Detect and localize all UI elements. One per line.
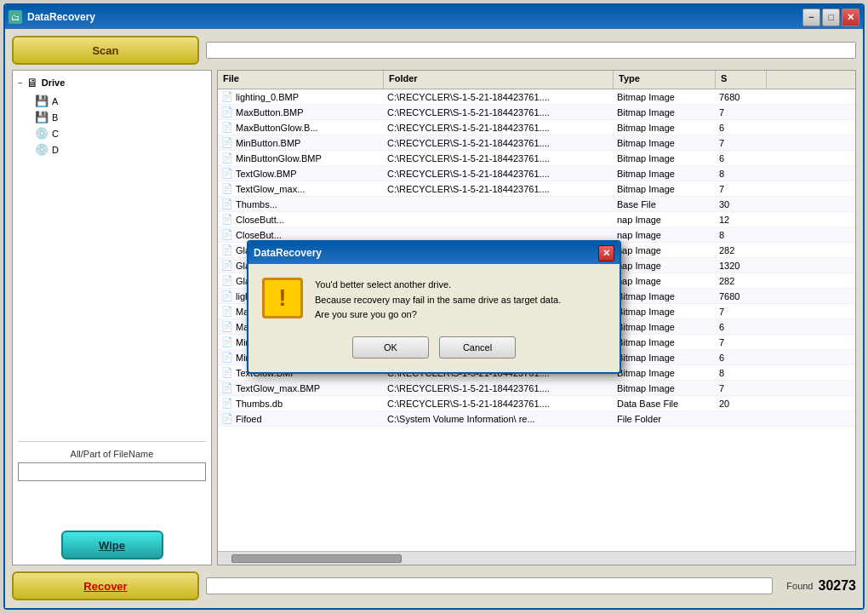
dialog-message-line2: Because recovery may fail in the same dr… (315, 293, 561, 308)
dialog-cancel-button[interactable]: Cancel (439, 336, 516, 359)
dialog-buttons: OK Cancel (262, 336, 606, 359)
dialog-ok-button[interactable]: OK (352, 336, 429, 359)
dialog-message: You'd better select another drive. Becau… (315, 278, 561, 323)
warning-dialog: DataRecovery ✕ ! You'd better select ano… (247, 240, 621, 374)
dialog-message-line1: You'd better select another drive. (315, 278, 561, 293)
dialog-body: ! You'd better select another drive. Bec… (248, 264, 620, 372)
dialog-close-button[interactable]: ✕ (598, 245, 614, 261)
dialog-overlay: DataRecovery ✕ ! You'd better select ano… (0, 0, 868, 614)
dialog-content: ! You'd better select another drive. Bec… (262, 278, 606, 323)
warning-symbol: ! (278, 284, 286, 312)
dialog-message-line3: Are you sure you go on? (315, 307, 561, 323)
dialog-title: DataRecovery (254, 247, 322, 259)
dialog-title-bar: DataRecovery ✕ (248, 242, 620, 264)
warning-icon: ! (262, 278, 303, 318)
